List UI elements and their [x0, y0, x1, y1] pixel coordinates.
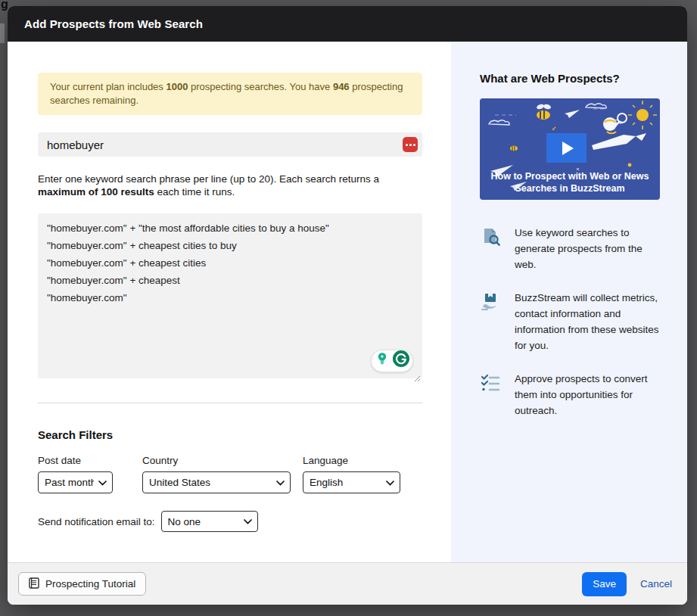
book-icon	[29, 577, 39, 591]
keyword-line: "homebuyer.com" + cheapest cities	[47, 254, 413, 272]
post-date-select[interactable]: Past month	[38, 471, 113, 493]
list-item: BuzzStream will collect metrics, contact…	[480, 290, 660, 353]
country-select[interactable]: United States	[142, 471, 291, 493]
search-name-value: homebuyer	[47, 138, 104, 151]
bullet-text: Use keyword searches to generate prospec…	[515, 225, 660, 272]
keyword-line: "homebuyer.com"	[47, 289, 413, 306]
tutorial-video-thumbnail[interactable]: How to Prospect with Web or News Searche…	[480, 98, 660, 200]
add-prospects-modal: Add Prospects from Web Search Your curre…	[8, 6, 687, 605]
modal-title: Add Prospects from Web Search	[24, 17, 203, 30]
keyword-line: "homebuyer.com" + cheapest	[47, 272, 413, 289]
modal-main-panel: Your current plan includes 1000 prospect…	[8, 42, 451, 562]
checklist-icon	[480, 371, 503, 418]
keyword-instructions: Enter one keyword search phrase per line…	[38, 173, 422, 198]
password-manager-dots-icon[interactable]	[403, 137, 418, 152]
plan-usage-alert: Your current plan includes 1000 prospect…	[38, 73, 422, 115]
background-page-text: g	[1, 0, 8, 11]
grammarly-suggestion-bulb-icon[interactable]	[374, 350, 391, 372]
search-name-input[interactable]: homebuyer	[38, 132, 422, 157]
list-item: Approve prospects to convert them into o…	[480, 371, 660, 418]
collect-data-icon	[480, 290, 503, 353]
keywords-textarea[interactable]: "homebuyer.com" + "the most affordable c…	[38, 213, 422, 378]
sidebar-heading: What are Web Prospects?	[480, 72, 660, 85]
alert-text: Your current plan includes	[50, 81, 166, 92]
alert-total-searches: 1000	[166, 81, 188, 92]
play-icon[interactable]	[546, 133, 587, 163]
language-label: Language	[303, 455, 400, 466]
help-sidebar: What are Web Prospects?	[451, 42, 687, 562]
notification-email-label: Send notification email to:	[38, 516, 155, 527]
document-search-icon	[480, 225, 503, 272]
modal-header: Add Prospects from Web Search	[8, 6, 687, 42]
save-button[interactable]: Save	[582, 572, 627, 596]
list-item: Use keyword searches to generate prospec…	[480, 225, 660, 272]
prospecting-tutorial-button[interactable]: Prospecting Tutorial	[18, 572, 146, 596]
alert-remaining-searches: 946	[333, 81, 350, 92]
post-date-label: Post date	[38, 455, 113, 466]
background-page-fragment	[0, 23, 5, 43]
grammarly-widget[interactable]	[371, 350, 413, 372]
section-divider	[38, 403, 422, 403]
keyword-line: "homebuyer.com" + cheapest cities to buy	[47, 237, 413, 254]
textarea-resize-handle[interactable]	[414, 370, 421, 377]
bullet-text: Approve prospects to convert them into o…	[515, 371, 660, 418]
cancel-link[interactable]: Cancel	[640, 578, 672, 590]
notification-email-select[interactable]: No one	[161, 511, 258, 532]
bullet-text: BuzzStream will collect metrics, contact…	[515, 290, 660, 353]
grammarly-logo-icon[interactable]	[392, 350, 410, 373]
search-filters-heading: Search Filters	[38, 428, 422, 441]
country-label: Country	[142, 455, 291, 466]
modal-footer: Prospecting Tutorial Save Cancel	[8, 562, 687, 605]
language-select[interactable]: English	[303, 471, 400, 493]
video-caption: How to Prospect with Web or News Searche…	[480, 170, 660, 194]
keyword-line: "homebuyer.com" + "the most affordable c…	[47, 219, 413, 237]
tutorial-button-label: Prospecting Tutorial	[45, 578, 135, 590]
